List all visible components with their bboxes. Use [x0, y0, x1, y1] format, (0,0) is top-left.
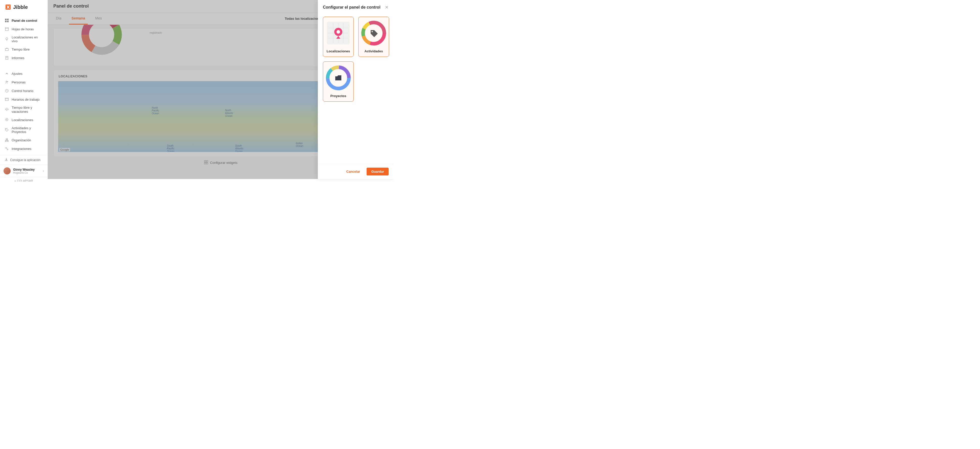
- widget-card-label: Actividades: [364, 49, 383, 53]
- nav-label: Control horario: [12, 89, 33, 93]
- svg-point-19: [6, 129, 6, 129]
- nav-label: Ajustes: [12, 72, 22, 76]
- svg-point-18: [6, 119, 7, 120]
- cancel-button[interactable]: Cancelar: [344, 168, 363, 175]
- collapse-button[interactable]: « COLAPSAR: [0, 177, 48, 182]
- svg-point-31: [337, 30, 340, 33]
- location-thumb-icon: [326, 21, 351, 46]
- sidebar-item-control-horario[interactable]: Control horario: [0, 86, 48, 95]
- svg-point-13: [7, 81, 8, 82]
- sidebar-item-tiempo-libre[interactable]: Tiempo libre: [0, 45, 48, 54]
- location-pin-icon: [5, 37, 9, 41]
- sidebar-item-localizaciones-en-vivo[interactable]: Localizaciones en vivo: [0, 33, 48, 45]
- nav-label: Panel de control: [12, 19, 37, 22]
- nav-label: Organización: [12, 138, 31, 142]
- sidebar-item-horarios-de-trabajo[interactable]: Horarios de trabajo: [0, 95, 48, 103]
- svg-rect-4: [7, 21, 9, 22]
- chevron-left-double-icon: «: [14, 179, 16, 182]
- activities-thumb-icon: [361, 21, 387, 46]
- sidebar-item-integraciones[interactable]: Integraciones: [0, 144, 48, 153]
- nav-label: Localizaciones: [12, 118, 33, 122]
- download-icon: [5, 158, 8, 162]
- logo-icon: [5, 4, 11, 10]
- widget-card-label: Localizaciones: [327, 49, 350, 53]
- sidebar: Jibble Panel de controlHojas de horasLoc…: [0, 0, 48, 179]
- nav-label: Integraciones: [12, 147, 31, 151]
- svg-rect-22: [7, 140, 8, 142]
- collapse-label: COLAPSAR: [17, 179, 33, 182]
- svg-point-24: [7, 149, 8, 150]
- briefcase-icon: [5, 47, 9, 52]
- svg-point-23: [6, 147, 6, 148]
- widget-card-activities[interactable]: Actividades: [358, 17, 389, 57]
- umbrella-icon: [5, 107, 9, 112]
- nav-label: Actividades y Proyectos: [12, 126, 43, 134]
- sidebar-item-panel-de-control[interactable]: Panel de control: [0, 16, 48, 25]
- widget-card-label: Proyectos: [331, 94, 347, 98]
- nav-label: Personas: [12, 80, 25, 84]
- user-name: Ginny Weasley: [13, 168, 40, 171]
- sidebar-item-tiempo-libre-y-vacaciones[interactable]: Tiempo libre y vacaciones: [0, 103, 48, 116]
- org-icon: [5, 138, 9, 142]
- nav-label: Horarios de trabajo: [12, 97, 40, 101]
- svg-rect-3: [5, 21, 6, 22]
- sidebar-item-organización[interactable]: Organización: [0, 136, 48, 144]
- panel-title: Configurar el panel de control: [323, 5, 380, 10]
- svg-rect-21: [5, 140, 6, 142]
- timesheet-icon: [5, 27, 9, 31]
- save-button[interactable]: Guardar: [367, 168, 388, 175]
- sidebar-item-localizaciones[interactable]: Localizaciones: [0, 116, 48, 124]
- document-icon: [5, 56, 9, 60]
- nav-label: Localizaciones en vivo: [12, 35, 43, 43]
- close-icon[interactable]: ✕: [385, 5, 388, 10]
- svg-point-7: [6, 38, 8, 40]
- integrations-icon: [5, 146, 9, 151]
- avatar: [3, 167, 11, 174]
- sidebar-item-hojas-de-horas[interactable]: Hojas de horas: [0, 25, 48, 33]
- svg-rect-20: [6, 139, 8, 140]
- svg-rect-1: [5, 19, 6, 20]
- dashboard-icon: [5, 18, 9, 23]
- nav-label: Informes: [12, 56, 24, 60]
- configure-dashboard-panel: Configurar el panel de control ✕ Localiz…: [318, 0, 394, 179]
- nav-label: Tiempo libre y vacaciones: [12, 106, 43, 113]
- svg-rect-5: [5, 27, 8, 30]
- sidebar-item-actividades-y-proyectos[interactable]: Actividades y Proyectos: [0, 124, 48, 136]
- svg-point-37: [372, 31, 373, 32]
- svg-rect-2: [7, 19, 9, 20]
- widget-card-projects[interactable]: Proyectos: [323, 61, 354, 102]
- brand-name: Jibble: [13, 4, 28, 10]
- logo: Jibble: [0, 0, 48, 14]
- user-card[interactable]: Ginny Weasley Hogwarts Co ›: [0, 165, 48, 177]
- sidebar-item-informes[interactable]: Informes: [0, 54, 48, 62]
- chevron-right-icon: ›: [43, 169, 44, 173]
- nav-label: Tiempo libre: [12, 48, 30, 51]
- svg-point-12: [6, 81, 7, 82]
- user-org: Hogwarts Co: [13, 171, 40, 174]
- get-app-label: Consigue la aplicación: [10, 158, 40, 162]
- svg-rect-8: [5, 49, 8, 51]
- tag-icon: [5, 128, 9, 132]
- widget-card-location[interactable]: Localizaciones: [323, 17, 354, 57]
- schedule-icon: [5, 97, 9, 102]
- svg-rect-15: [5, 98, 8, 100]
- projects-thumb-icon: [326, 65, 351, 91]
- get-app-link[interactable]: Consigue la aplicación: [0, 155, 48, 165]
- nav-label: Hojas de horas: [12, 27, 33, 31]
- sidebar-item-ajustes[interactable]: Ajustes: [0, 69, 48, 78]
- sidebar-item-personas[interactable]: Personas: [0, 78, 48, 86]
- chevron-up-icon: [5, 71, 9, 76]
- people-icon: [5, 80, 9, 84]
- time-tracking-icon: [5, 89, 9, 93]
- geofence-icon: [5, 118, 9, 122]
